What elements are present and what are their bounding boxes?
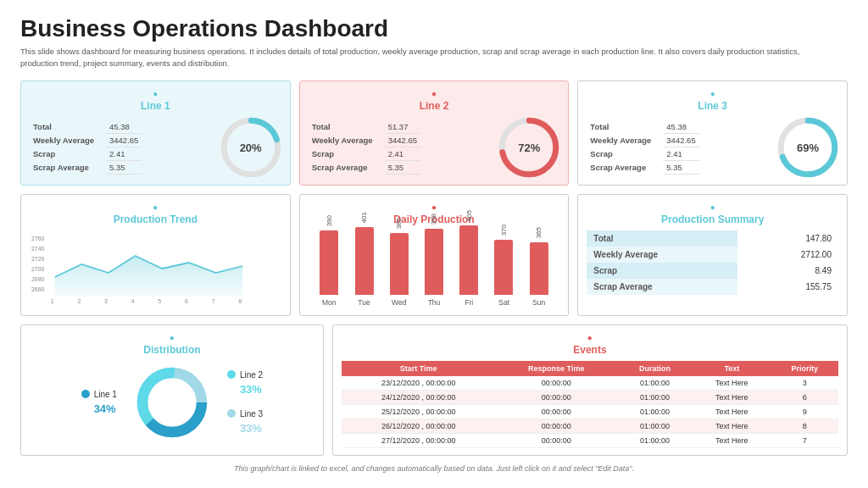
line3-card: Line 3 Total45.38 Weekly Average3442.65 … bbox=[577, 80, 848, 186]
daily-bar-value: 385 bbox=[395, 218, 403, 229]
dist-inner: Line 1 34% Line 2 33% bbox=[30, 361, 314, 444]
svg-text:1: 1 bbox=[51, 297, 54, 303]
summary-dot bbox=[587, 202, 838, 212]
daily-bar-value: 390 bbox=[326, 215, 333, 226]
page-title: Business Operations Dashboard bbox=[20, 15, 848, 42]
summary-row: Scrap8.49 bbox=[587, 263, 838, 279]
svg-text:2760: 2760 bbox=[31, 235, 45, 241]
daily-bar-tue: 401Tue bbox=[355, 212, 374, 306]
event-row: 27/12/2020 , 00:00:0000:00:0001:00:00Tex… bbox=[342, 433, 838, 447]
trend-chart: 2760 2740 2720 2700 2680 2660 1 2 3 4 5 … bbox=[30, 230, 281, 307]
daily-bar-label: Sat bbox=[498, 298, 509, 307]
daily-bar-value: 398 bbox=[430, 214, 437, 225]
dist-card: Distribution Line 1 34% bbox=[20, 324, 324, 456]
dist-legend-left: Line 1 34% bbox=[81, 390, 117, 415]
dist-line2-dot bbox=[227, 370, 236, 379]
summary-table: Total147.80Weekly Average2712.00Scrap8.4… bbox=[587, 230, 838, 295]
daily-bar-rect bbox=[390, 233, 409, 295]
trend-card: Production Trend 2760 2740 2720 2700 268… bbox=[20, 194, 291, 316]
line2-stats: Total51.37 Weekly Average3442.65 Scrap2.… bbox=[309, 120, 420, 175]
line2-percent: 72% bbox=[518, 141, 540, 153]
line2-dot bbox=[309, 88, 560, 98]
event-row: 23/12/2020 , 00:00:0000:00:0001:00:00Tex… bbox=[342, 376, 838, 391]
daily-bar-fri: 405Fri bbox=[459, 210, 478, 306]
line3-title: Line 3 bbox=[587, 100, 838, 112]
daily-bar-label: Thu bbox=[428, 298, 441, 307]
bottom-row: Distribution Line 1 34% bbox=[20, 324, 848, 456]
daily-bar-label: Sun bbox=[532, 298, 545, 307]
line1-title: Line 1 bbox=[30, 100, 281, 112]
daily-bar-rect bbox=[320, 230, 338, 295]
daily-bar-value: 401 bbox=[360, 212, 368, 223]
line3-dot bbox=[587, 88, 838, 98]
events-dot bbox=[342, 332, 838, 342]
dist-line2-legend: Line 2 bbox=[227, 370, 263, 380]
daily-bar-rect bbox=[494, 240, 513, 295]
svg-text:5: 5 bbox=[158, 297, 161, 303]
line1-inner: Total45.38 Weekly Average3442.65 Scrap2.… bbox=[30, 117, 281, 178]
line1-dot bbox=[30, 88, 281, 98]
daily-bar-label: Wed bbox=[392, 298, 406, 307]
dist-line2-percent: 33% bbox=[240, 383, 263, 396]
daily-bar-rect bbox=[459, 225, 478, 295]
events-title: Events bbox=[342, 344, 838, 356]
dist-line1-dot bbox=[81, 390, 90, 398]
daily-bar-mon: 390Mon bbox=[320, 215, 338, 306]
svg-text:8: 8 bbox=[238, 297, 242, 303]
line2-donut: 72% bbox=[498, 117, 559, 178]
line3-stats: Total45.38 Weekly Average3442.65 Scrap2.… bbox=[587, 120, 698, 175]
events-table: Start TimeResponse TimeDurationTextPrior… bbox=[342, 361, 838, 448]
svg-text:4: 4 bbox=[131, 297, 135, 303]
line1-percent: 20% bbox=[240, 141, 262, 153]
svg-text:6: 6 bbox=[185, 297, 188, 303]
svg-text:7: 7 bbox=[212, 297, 215, 303]
daily-bar-rect bbox=[355, 227, 374, 295]
summary-row: Total147.80 bbox=[587, 230, 838, 247]
line3-inner: Total45.38 Weekly Average3442.65 Scrap2.… bbox=[587, 117, 838, 178]
dist-line3-percent: 33% bbox=[240, 422, 263, 435]
dist-dot bbox=[30, 332, 314, 342]
summary-title: Production Summary bbox=[587, 214, 838, 225]
daily-bar-value: 365 bbox=[535, 227, 542, 238]
mid-row: Production Trend 2760 2740 2720 2700 268… bbox=[20, 194, 848, 316]
line2-title: Line 2 bbox=[309, 100, 560, 112]
daily-bar-rect bbox=[425, 229, 443, 295]
dist-line1-percent: 34% bbox=[94, 402, 117, 415]
subtitle: This slide shows dashboard for measuring… bbox=[20, 46, 800, 70]
line3-donut: 69% bbox=[777, 117, 838, 178]
daily-chart: 390Mon401Tue385Wed398Thu405Fri370Sat365S… bbox=[309, 230, 560, 307]
svg-point-24 bbox=[153, 383, 191, 421]
top-row: Line 1 Total45.38 Weekly Average3442.65 … bbox=[20, 80, 848, 186]
event-row: 25/12/2020 , 00:00:0000:00:0001:00:00Tex… bbox=[342, 404, 838, 419]
daily-bar-label: Tue bbox=[358, 298, 370, 307]
svg-text:2720: 2720 bbox=[31, 255, 45, 261]
daily-bar-label: Mon bbox=[322, 298, 337, 307]
footer-note: This graph/chart is linked to excel, and… bbox=[20, 464, 848, 473]
dist-title: Distribution bbox=[30, 344, 314, 356]
daily-bar-value: 370 bbox=[500, 225, 508, 236]
line1-stats: Total45.38 Weekly Average3442.65 Scrap2.… bbox=[30, 120, 142, 175]
events-card: Events Start TimeResponse TimeDurationTe… bbox=[332, 324, 848, 456]
svg-text:2740: 2740 bbox=[31, 245, 45, 251]
line1-donut: 20% bbox=[220, 117, 281, 178]
summary-row: Weekly Average2712.00 bbox=[587, 247, 838, 263]
event-row: 24/12/2020 , 00:00:0000:00:0001:00:00Tex… bbox=[342, 390, 838, 404]
line2-inner: Total51.37 Weekly Average3442.65 Scrap2.… bbox=[309, 117, 560, 178]
svg-text:2660: 2660 bbox=[31, 286, 45, 291]
summary-row: Scrap Average155.75 bbox=[587, 279, 838, 295]
trend-title: Production Trend bbox=[30, 214, 281, 225]
daily-bar-sat: 370Sat bbox=[494, 225, 513, 306]
svg-text:2: 2 bbox=[77, 297, 81, 303]
summary-card: Production Summary Total147.80Weekly Ave… bbox=[577, 194, 848, 316]
daily-bar-wed: 385Wed bbox=[390, 218, 409, 306]
svg-text:2680: 2680 bbox=[31, 275, 45, 281]
daily-dot bbox=[309, 202, 560, 212]
daily-bar-rect bbox=[530, 242, 548, 295]
dist-donut bbox=[134, 364, 210, 441]
daily-bar-label: Fri bbox=[465, 298, 473, 307]
dist-legend-right: Line 2 33% Line 3 33% bbox=[227, 370, 263, 435]
trend-dot bbox=[30, 202, 281, 212]
line1-card: Line 1 Total45.38 Weekly Average3442.65 … bbox=[20, 80, 291, 186]
daily-bar-value: 405 bbox=[465, 210, 473, 221]
svg-text:2700: 2700 bbox=[31, 265, 45, 271]
